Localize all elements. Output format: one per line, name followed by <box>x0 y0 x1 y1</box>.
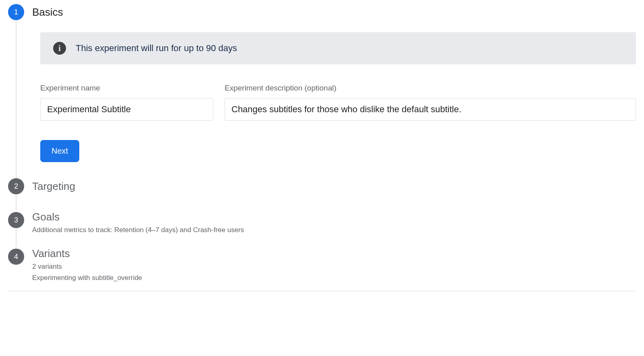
step-header-goals: Goals Additional metrics to track: Reten… <box>32 210 636 235</box>
info-banner-text: This experiment will run for up to 90 da… <box>76 43 237 54</box>
step-title-targeting: Targeting <box>32 178 75 194</box>
step-targeting[interactable]: 2 Targeting <box>8 178 636 210</box>
step-connector-line <box>16 194 17 210</box>
step-number-badge-2: 2 <box>8 178 24 194</box>
experiment-description-input[interactable] <box>225 98 636 121</box>
step-subtitle-goals: Additional metrics to track: Retention (… <box>32 225 244 235</box>
step-number-badge-3: 3 <box>8 212 24 228</box>
step-title-basics: Basics <box>32 4 63 20</box>
step-connector-line <box>16 226 17 247</box>
step-title-variants: Variants <box>32 247 142 261</box>
experiment-name-label: Experiment name <box>40 84 213 93</box>
step-header-targeting: Targeting <box>32 178 636 194</box>
experiment-name-input[interactable] <box>40 98 213 121</box>
experiment-description-field-group: Experiment description (optional) <box>225 84 636 121</box>
step-subtitle-variants-desc: Experimenting with subtitle_override <box>32 273 142 283</box>
bottom-divider <box>8 291 636 291</box>
step-number-badge-4: 4 <box>8 249 24 265</box>
step-header-basics: Basics <box>32 4 636 20</box>
experiment-description-label: Experiment description (optional) <box>225 84 636 93</box>
step-content-basics: i This experiment will run for up to 90 … <box>32 20 636 178</box>
step-number-badge-1: 1 <box>8 4 24 20</box>
next-button[interactable]: Next <box>40 140 79 162</box>
step-connector-line <box>16 20 17 178</box>
step-variants[interactable]: 4 Variants 2 variants Experimenting with… <box>8 247 636 283</box>
step-title-goals: Goals <box>32 210 244 224</box>
form-row: Experiment name Experiment description (… <box>40 84 636 121</box>
step-basics: 1 Basics i This experiment will run for … <box>8 4 636 178</box>
step-header-variants: Variants 2 variants Experimenting with s… <box>32 247 636 283</box>
experiment-name-field-group: Experiment name <box>40 84 213 121</box>
info-icon: i <box>53 42 66 55</box>
step-subtitle-variants-count: 2 variants <box>32 261 142 272</box>
step-goals[interactable]: 3 Goals Additional metrics to track: Ret… <box>8 210 636 247</box>
info-banner: i This experiment will run for up to 90 … <box>40 32 636 64</box>
stepper: 1 Basics i This experiment will run for … <box>8 4 636 283</box>
